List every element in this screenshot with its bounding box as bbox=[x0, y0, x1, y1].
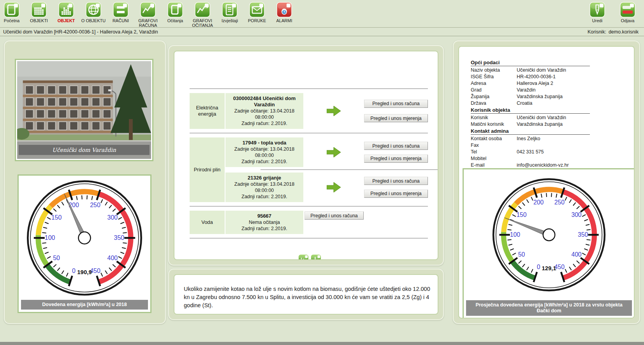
info-label: Kontakt osoba bbox=[471, 136, 517, 142]
arrow-icon bbox=[327, 106, 341, 116]
info-row: Adresa Hallerova Aleja 2 bbox=[471, 80, 590, 87]
pregled-i-unos-racuna-button[interactable]: Pregled i unos računa bbox=[364, 142, 428, 150]
svg-text:0: 0 bbox=[537, 264, 540, 270]
reports-icon bbox=[222, 2, 238, 18]
arrow-icon bbox=[327, 147, 341, 157]
meter-row: 95667 Nema očitanja Zadnji račun: 2.2019… bbox=[225, 211, 431, 234]
svg-text:400: 400 bbox=[107, 255, 118, 261]
meter-title: 21326 grijanje bbox=[228, 175, 301, 181]
meter-group-prirodni-plin: Prirodni plin17949 - topla voda Zadnje o… bbox=[190, 137, 431, 202]
average-supplied-energy-gauge: 050100150200250300350400450 129,1 bbox=[490, 169, 608, 300]
info-row: Županija Varaždinska županija bbox=[471, 93, 590, 100]
info-label: Naziv objekta bbox=[471, 67, 517, 74]
svg-text:100: 100 bbox=[510, 231, 520, 238]
multi-thermometer-icon[interactable] bbox=[298, 254, 309, 260]
meter-buttons: Pregled i unos računaPregled i unos mjer… bbox=[364, 137, 428, 167]
bottom-strip bbox=[0, 342, 644, 345]
toolbar-item-bill-graphs[interactable]: GRAFOVI RAČUNA bbox=[134, 2, 162, 28]
meters-panel: Električna energija0300002484 Učenički d… bbox=[168, 45, 444, 266]
toolbar-item-messages[interactable]: PORUKE bbox=[243, 2, 271, 28]
tip-panel: Ukoliko zamijenite kotao na lož ulje s n… bbox=[168, 269, 444, 320]
mini-icons-row bbox=[298, 254, 438, 260]
left-gauge-panel: 050100150200250300350400450 190,9 Dovede… bbox=[18, 174, 151, 313]
user-label: Korisnik: bbox=[588, 29, 606, 35]
toolbar-item-object[interactable]: OBJEKT bbox=[53, 2, 80, 28]
info-label: E-mail bbox=[471, 162, 517, 169]
arrow-icon bbox=[327, 182, 341, 192]
info-value: info@ucenickidom-vz.hr bbox=[517, 162, 590, 169]
pregled-i-unos-racuna-button[interactable]: Pregled i unos računa bbox=[364, 100, 428, 108]
svg-text:190,9: 190,9 bbox=[77, 269, 91, 275]
info-label: ISGE Šifra bbox=[471, 74, 517, 80]
right-gauge-panel: 050100150200250300350400450 129,1 Prosje… bbox=[463, 168, 635, 319]
left-panel: Učenički dom Varaždin 050100150200250300… bbox=[4, 40, 166, 324]
meter-row: 0300002484 Učenički dom Varaždin Zadnje … bbox=[225, 93, 431, 129]
meter-info-box: 0300002484 Učenički dom Varaždin Zadnje … bbox=[225, 93, 303, 129]
svg-text:250: 250 bbox=[554, 199, 565, 206]
info-section-header: Korisnik objekta bbox=[471, 107, 590, 114]
supplied-energy-gauge: 050100150200250300350400450 190,9 bbox=[24, 176, 145, 300]
info-row: Kontakt osoba Ines Zeljko bbox=[471, 136, 590, 142]
separator bbox=[190, 133, 428, 134]
toolbar-item-label: RAČUNI bbox=[113, 18, 129, 23]
photo-caption: Učenički dom Varaždin bbox=[19, 145, 150, 155]
toolbar-item-edit[interactable]: Uredi bbox=[585, 2, 610, 23]
toolbar-item-alarms[interactable]: ALARMI bbox=[271, 2, 298, 28]
toolbar-item-label: PORUKE bbox=[248, 18, 266, 23]
toolbar-item-label: OBJEKTI bbox=[30, 18, 48, 23]
toolbar-item-label: Odjava bbox=[621, 18, 635, 23]
logout-icon bbox=[620, 2, 635, 18]
meter-category-cell: Voda bbox=[190, 211, 225, 234]
info-value: Croatia bbox=[517, 100, 590, 107]
info-row: Matični korisnik Varaždinska županija bbox=[471, 121, 590, 128]
meters-panel-inner: Električna energija0300002484 Učenički d… bbox=[174, 51, 438, 260]
svg-text:129,1: 129,1 bbox=[542, 265, 556, 271]
info-label: Adresa bbox=[471, 80, 517, 87]
svg-text:200: 200 bbox=[533, 199, 544, 206]
info-row: Naziv objekta Učenički dom Varaždin bbox=[471, 67, 590, 74]
svg-text:100: 100 bbox=[45, 234, 55, 241]
single-thermometer-icon[interactable] bbox=[311, 254, 321, 260]
pregled-i-unos-mjerenja-button[interactable]: Pregled i unos mjerenja bbox=[364, 190, 428, 198]
breadcrumb: Učenički dom Varaždin [HR-42000-0036-1] … bbox=[3, 29, 158, 35]
toolbar-item-home[interactable]: Početna bbox=[0, 2, 25, 28]
info-label: Županija bbox=[471, 93, 517, 100]
info-row: Fax bbox=[471, 142, 590, 149]
meter-title: 95667 bbox=[228, 213, 301, 219]
meter-row: 21326 grijanje Zadnje očitanje: 13.04.20… bbox=[225, 172, 438, 202]
meter-info-box: 17949 - topla voda Zadnje očitanje: 13.0… bbox=[225, 137, 303, 167]
info-value: 042 331 575 bbox=[517, 149, 590, 155]
svg-text:300: 300 bbox=[571, 211, 581, 218]
toolbar-item-about-object[interactable]: O OBJEKTU bbox=[80, 2, 107, 28]
alarms-icon bbox=[276, 2, 292, 18]
toolbar-item-readings[interactable]: Očitanja bbox=[162, 2, 189, 28]
info-value: Učenički dom Varaždin bbox=[517, 67, 590, 74]
toolbar-item-reports[interactable]: Izvještaji bbox=[216, 2, 243, 28]
pregled-i-unos-mjerenja-button[interactable]: Pregled i unos mjerenja bbox=[364, 155, 428, 163]
info-value bbox=[517, 155, 590, 162]
pregled-i-unos-racuna-button[interactable]: Pregled i unos računa bbox=[304, 211, 364, 220]
toolbar-item-logout[interactable]: Odjava bbox=[615, 2, 640, 23]
info-panel-inner: Opći podaciNaziv objekta Učenički dom Va… bbox=[458, 46, 635, 319]
pregled-i-unos-racuna-button[interactable]: Pregled i unos računa bbox=[364, 177, 428, 185]
toolbar-item-label: O OBJEKTU bbox=[81, 18, 106, 23]
pregled-i-unos-mjerenja-button[interactable]: Pregled i unos mjerenja bbox=[364, 114, 428, 122]
info-label: Fax bbox=[471, 142, 517, 149]
info-value: Varaždinska županija bbox=[517, 121, 590, 128]
info-row: Korisnik Učenički dom Varaždin bbox=[471, 114, 590, 121]
meter-last-bill: Zadnji račun: 2.2019. bbox=[228, 225, 301, 232]
toolbar-item-label: OBJEKT bbox=[58, 18, 75, 23]
meter-last-reading: Zadnje očitanje: 13.04.2018 08:00:00 bbox=[228, 146, 301, 158]
toolbar-item-reading-graphs[interactable]: GRAFOVI OČITANJA bbox=[189, 2, 216, 28]
toolbar-item-label: Početna bbox=[4, 18, 19, 23]
svg-text:50: 50 bbox=[53, 255, 60, 261]
bills-icon bbox=[113, 2, 128, 18]
meter-last-bill: Zadnji račun: 2.2019. bbox=[228, 120, 301, 127]
toolbar-item-objects[interactable]: OBJEKTI bbox=[25, 2, 53, 28]
object-icon bbox=[58, 2, 74, 18]
meter-title: 17949 - topla voda bbox=[228, 140, 301, 146]
meter-title: 0300002484 Učenički dom Varaždin bbox=[228, 95, 301, 108]
info-label: Tel bbox=[471, 149, 517, 155]
toolbar-item-bills[interactable]: RAČUNI bbox=[107, 2, 134, 28]
arrow-zone bbox=[303, 93, 364, 129]
